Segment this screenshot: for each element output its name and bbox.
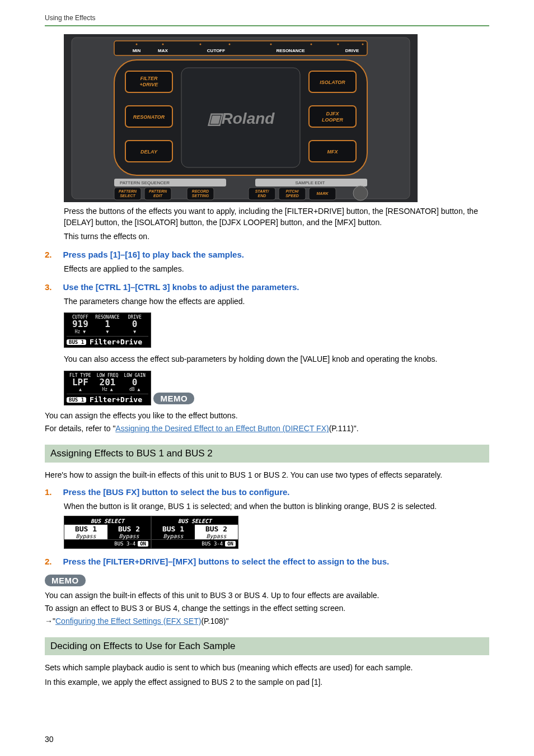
svg-point-3 (136, 44, 138, 45)
svg-point-10 (362, 44, 364, 45)
svg-text:FILTER: FILTER (140, 76, 158, 81)
svg-text:DELAY: DELAY (140, 149, 158, 155)
svg-point-9 (338, 44, 339, 45)
svg-text:START/: START/ (255, 189, 270, 193)
hero-btn-resonator: RESONATOR (125, 106, 172, 127)
svg-text:PATTERN: PATTERN (149, 189, 167, 193)
svg-point-8 (311, 44, 312, 45)
bus-label: BUS 1 (65, 525, 106, 533)
hero-btn-mfx: MFX (309, 141, 356, 162)
bus-bypass: Bypass (109, 533, 149, 539)
paragraph: In this example, we apply the effect ass… (45, 678, 489, 687)
svg-point-5 (200, 44, 202, 45)
bus-label: BUS 2 (109, 525, 149, 533)
svg-text:MARK: MARK (317, 192, 329, 195)
hero-btn-filter-drive: FILTER +DRIVE (125, 71, 172, 92)
lcd-bus-pill: BUS 1 (67, 339, 86, 345)
bus-bypass: Bypass (65, 533, 106, 539)
hero-btn-djfx-looper: DJFX LOOPER (309, 106, 356, 127)
bus-bypass: Bypass (196, 533, 237, 539)
svg-text:ISOLATOR: ISOLATOR (320, 80, 345, 85)
hero-strip-left: PATTERN SEQUENCER (120, 180, 170, 185)
hero-label-drive: DRIVE (345, 48, 359, 53)
lcd-value: 919 (67, 320, 94, 329)
svg-text:RECORD: RECORD (192, 189, 209, 193)
lcd-value: 1 (94, 320, 121, 329)
lcd-value: 0 (121, 378, 148, 388)
paragraph: Sets which sample playback audio is sent… (45, 663, 489, 672)
bus-footer-label: BUS 3-4 (202, 541, 223, 547)
svg-rect-2 (114, 41, 367, 55)
lcd-sub: Hz ▲ (94, 387, 121, 392)
step-instruction: Press the [FILTER+DRIVE]–[MFX] buttons t… (63, 557, 389, 566)
svg-point-6 (229, 44, 231, 45)
paragraph: When the button is lit orange, BUS 1 is … (64, 501, 489, 512)
memo-text: You can assign the effects you like to t… (45, 410, 489, 422)
svg-text:MFX: MFX (327, 149, 339, 155)
hero-label-max: MAX (158, 48, 168, 53)
step-instruction: Press pads [1]–[16] to play back the sam… (63, 250, 243, 259)
memo-text-suffix: (P.108)" (201, 617, 228, 626)
memo-text-suffix: (P.111)". (329, 424, 359, 433)
memo-text: To assign an effect to BUS 3 or BUS 4, c… (45, 603, 489, 614)
paragraph: Here's how to assign the built-in effect… (45, 470, 489, 479)
svg-text:LOOPER: LOOPER (322, 117, 344, 123)
lcd-sub: ▲ (67, 387, 94, 392)
section-heading: Assigning Effects to BUS 1 and BUS 2 (45, 445, 489, 463)
svg-point-47 (353, 186, 368, 200)
svg-text:+DRIVE: +DRIVE (140, 82, 159, 87)
memo-badge: MEMO (153, 393, 194, 404)
lcd-sub: dB ▲ (121, 387, 148, 392)
hero-btn-isolator: ISOLATOR (309, 71, 356, 92)
paragraph: You can also access the effect sub-param… (64, 353, 489, 365)
section-heading: Deciding on Effects to Use for Each Samp… (45, 637, 489, 655)
lcd-value: LPF (67, 378, 94, 388)
svg-text:DJFX: DJFX (326, 111, 339, 116)
svg-text:END: END (258, 194, 266, 198)
lcd-sub: ▼ (94, 329, 121, 334)
page-number: 30 (45, 735, 54, 744)
step-instruction: Press the [BUS FX] button to select the … (63, 487, 289, 497)
bus-select-title: BUS SELECT (152, 516, 238, 525)
svg-text:SELECT: SELECT (120, 194, 135, 198)
svg-text:▣Roland: ▣Roland (207, 110, 275, 127)
hero-label-cutoff: CUTOFF (207, 48, 225, 53)
bus-select-panel-1: BUS SELECT BUS 1 Bypass BUS 2 Bypass BUS… (64, 516, 151, 549)
running-head: Using the Effects (45, 14, 489, 26)
lcd-value: 201 (94, 378, 121, 388)
step-number: 3. (45, 282, 60, 292)
svg-text:SETTING: SETTING (192, 194, 209, 198)
device-panel-illustration: MIN MAX CUTOFF RESONANCE DRIVE ▣Roland F… (64, 34, 418, 202)
bus-select-panel-2: BUS SELECT BUS 1 Bypass BUS 2 Bypass BUS… (151, 516, 238, 549)
lcd-bus-pill: BUS 1 (67, 397, 86, 403)
svg-text:PITCH/: PITCH/ (286, 189, 299, 193)
svg-point-7 (270, 44, 272, 45)
bus-footer-on: ON (138, 541, 148, 547)
hero-label-min: MIN (133, 48, 141, 53)
svg-text:RESONATOR: RESONATOR (133, 114, 165, 120)
svg-text:EDIT: EDIT (153, 194, 163, 198)
bus-label: BUS 1 (153, 525, 194, 533)
memo-text: You can assign the built-in effects of t… (45, 590, 489, 601)
bus-label: BUS 2 (196, 525, 237, 533)
svg-text:PATTERN: PATTERN (119, 189, 137, 193)
memo-text: For details, refer to "Assigning the Des… (45, 423, 489, 435)
memo-link[interactable]: Configuring the Effect Settings (EFX SET… (55, 617, 201, 626)
memo-arrow: →" (45, 617, 55, 626)
roland-logo-text: Roland (222, 110, 275, 127)
lcd-value: 0 (121, 320, 148, 329)
hero-strip-right: SAMPLE EDIT (296, 180, 325, 185)
bus-footer-label: BUS 3-4 (114, 541, 135, 547)
step-number: 2. (45, 557, 60, 566)
memo-text: →"Configuring the Effect Settings (EFX S… (45, 615, 489, 627)
memo-link[interactable]: Assigning the Desired Effect to an Effec… (115, 424, 329, 433)
lcd-sub: ▼ (121, 329, 148, 334)
paragraph: Press the buttons of the effects you wan… (64, 206, 489, 228)
step-number: 2. (45, 250, 60, 259)
paragraph: The parameters change how the effects ar… (64, 296, 489, 307)
bus-bypass: Bypass (153, 533, 194, 539)
bus-select-title: BUS SELECT (64, 516, 151, 525)
lcd-display-2: FLT TYPE LOW FREQ LOW GAIN LPF 201 0 ▲ H… (64, 371, 151, 406)
lcd-effect-name: Filter+Drive (90, 338, 142, 346)
bus-footer-on: ON (225, 541, 236, 547)
